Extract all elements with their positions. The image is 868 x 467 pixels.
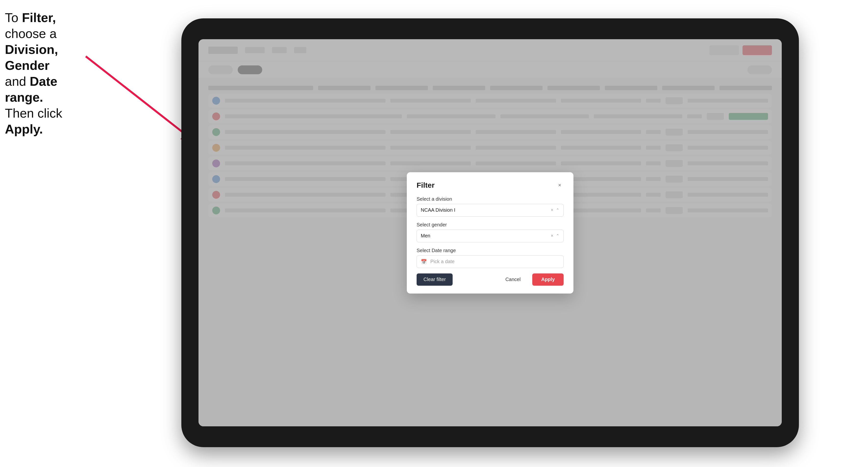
apply-button[interactable]: Apply [532, 274, 564, 286]
cancel-button[interactable]: Cancel [498, 274, 527, 286]
instruction-bold3: Date range. [5, 74, 57, 104]
division-select[interactable]: NCAA Division I × ⌃ [416, 204, 564, 217]
chevron-down-icon: ⌃ [556, 233, 559, 239]
tablet-frame: Filter × Select a division NCAA Division… [181, 19, 799, 447]
modal-title: Filter [416, 181, 434, 189]
gender-select-value: Men [421, 233, 430, 239]
date-form-group: Select Date range 📅 Pick a date [416, 248, 564, 268]
clear-gender-icon[interactable]: × [551, 233, 553, 239]
close-button[interactable]: × [556, 181, 564, 189]
modal-footer-right: Cancel Apply [498, 274, 564, 286]
division-select-actions: × ⌃ [551, 208, 559, 213]
instruction-bold4: Apply. [5, 122, 43, 136]
filter-modal: Filter × Select a division NCAA Division… [407, 172, 574, 293]
calendar-icon: 📅 [421, 259, 427, 264]
gender-label: Select gender [416, 222, 564, 228]
chevron-down-icon: ⌃ [556, 208, 559, 213]
division-label: Select a division [416, 196, 564, 202]
gender-select-actions: × ⌃ [551, 233, 559, 239]
modal-header: Filter × [416, 181, 564, 189]
division-form-group: Select a division NCAA Division I × ⌃ [416, 196, 564, 217]
division-select-value: NCAA Division I [421, 207, 455, 213]
date-placeholder: Pick a date [430, 259, 455, 264]
tablet-screen: Filter × Select a division NCAA Division… [198, 39, 782, 426]
instruction-block: To Filter, choose a Division, Gender and… [5, 10, 81, 137]
instruction-bold1: Filter, [22, 10, 56, 25]
instruction-line3: and Date range. [5, 74, 57, 104]
close-icon: × [558, 182, 561, 188]
instruction-line4: Then click Apply. [5, 106, 62, 136]
gender-form-group: Select gender Men × ⌃ [416, 222, 564, 242]
modal-backdrop: Filter × Select a division NCAA Division… [198, 39, 782, 426]
clear-division-icon[interactable]: × [551, 208, 553, 213]
gender-select[interactable]: Men × ⌃ [416, 229, 564, 242]
date-input[interactable]: 📅 Pick a date [416, 255, 564, 268]
clear-filter-button[interactable]: Clear filter [416, 274, 453, 286]
date-label: Select Date range [416, 248, 564, 253]
instruction-bold2: Division, Gender [5, 42, 58, 72]
modal-footer: Clear filter Cancel Apply [416, 274, 564, 286]
instruction-line1: To Filter, choose a [5, 10, 57, 41]
